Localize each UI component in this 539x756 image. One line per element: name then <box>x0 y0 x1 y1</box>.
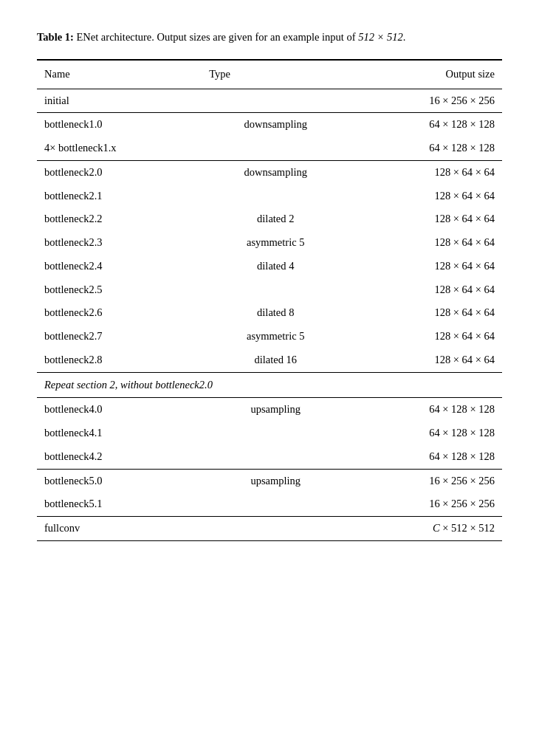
table-row: bottleneck5.0 upsampling 16 × 256 × 256 <box>37 469 502 492</box>
cell-size: 128 × 64 × 64 <box>349 207 502 231</box>
cell-name: bottleneck2.2 <box>37 207 202 231</box>
cell-type <box>202 422 349 445</box>
header-size: Output size <box>349 60 502 89</box>
cell-name: bottleneck4.1 <box>37 422 202 445</box>
cell-size: 64 × 128 × 128 <box>349 445 502 469</box>
cell-name: bottleneck2.1 <box>37 185 202 208</box>
table-row: bottleneck1.0 downsampling 64 × 128 × 12… <box>37 113 502 137</box>
cell-name: bottleneck2.8 <box>37 348 202 372</box>
cell-type <box>202 89 349 113</box>
cell-name: 4× bottleneck1.x <box>37 137 202 160</box>
cell-name: bottleneck2.3 <box>37 231 202 255</box>
table-row: bottleneck2.6 dilated 8 128 × 64 × 64 <box>37 301 502 325</box>
cell-type: dilated 8 <box>202 301 349 325</box>
cell-name: bottleneck2.5 <box>37 278 202 302</box>
header-type: Type <box>202 60 349 89</box>
table-row: initial 16 × 256 × 256 <box>37 89 502 113</box>
cell-type: dilated 16 <box>202 348 349 372</box>
header-name: Name <box>37 60 202 89</box>
table-row: bottleneck2.4 dilated 4 128 × 64 × 64 <box>37 255 502 278</box>
cell-size: 128 × 64 × 64 <box>349 325 502 348</box>
table-row: bottleneck4.1 64 × 128 × 128 <box>37 422 502 445</box>
cell-name: bottleneck2.0 <box>37 160 202 184</box>
cell-size: 128 × 64 × 64 <box>349 231 502 255</box>
cell-type: upsampling <box>202 469 349 492</box>
cell-size: 128 × 64 × 64 <box>349 255 502 278</box>
cell-size: 128 × 64 × 64 <box>349 160 502 184</box>
table-row: bottleneck4.2 64 × 128 × 128 <box>37 445 502 469</box>
table-row: bottleneck2.1 128 × 64 × 64 <box>37 185 502 208</box>
table-row: bottleneck4.0 upsampling 64 × 128 × 128 <box>37 398 502 422</box>
cell-size: 64 × 128 × 128 <box>349 422 502 445</box>
cell-size: 128 × 64 × 64 <box>349 278 502 302</box>
architecture-table: Name Type Output size initial 16 × 256 ×… <box>37 59 502 541</box>
cell-name: initial <box>37 89 202 113</box>
cell-name: bottleneck2.7 <box>37 325 202 348</box>
table-row: 4× bottleneck1.x 64 × 128 × 128 <box>37 137 502 160</box>
cell-name: bottleneck1.0 <box>37 113 202 137</box>
cell-type: dilated 2 <box>202 207 349 231</box>
cell-type <box>202 278 349 302</box>
cell-size: 128 × 64 × 64 <box>349 348 502 372</box>
cell-size: 16 × 256 × 256 <box>349 492 502 516</box>
cell-type <box>202 137 349 160</box>
cell-size: 16 × 256 × 256 <box>349 469 502 492</box>
repeat-note: Repeat section 2, without bottleneck2.0 <box>37 372 502 398</box>
cell-type <box>202 492 349 516</box>
table-row: bottleneck2.2 dilated 2 128 × 64 × 64 <box>37 207 502 231</box>
table-row: bottleneck5.1 16 × 256 × 256 <box>37 492 502 516</box>
cell-name: fullconv <box>37 517 202 541</box>
cell-size: 64 × 128 × 128 <box>349 398 502 422</box>
caption-math: 512 × 512 <box>358 31 403 43</box>
repeat-note-row: Repeat section 2, without bottleneck2.0 <box>37 372 502 398</box>
cell-type: downsampling <box>202 113 349 137</box>
cell-size: 128 × 64 × 64 <box>349 185 502 208</box>
table-row: bottleneck2.5 128 × 64 × 64 <box>37 278 502 302</box>
cell-type <box>202 517 349 541</box>
cell-name: bottleneck2.6 <box>37 301 202 325</box>
table-row: bottleneck2.8 dilated 16 128 × 64 × 64 <box>37 348 502 372</box>
cell-type: upsampling <box>202 398 349 422</box>
cell-size: 64 × 128 × 128 <box>349 113 502 137</box>
cell-size: 16 × 256 × 256 <box>349 89 502 113</box>
cell-type: downsampling <box>202 160 349 184</box>
caption-label: Table 1: <box>37 31 74 43</box>
cell-type: asymmetric 5 <box>202 325 349 348</box>
cell-name: bottleneck4.0 <box>37 398 202 422</box>
table-row: bottleneck2.7 asymmetric 5 128 × 64 × 64 <box>37 325 502 348</box>
caption-text: ENet architecture. Output sizes are give… <box>74 31 358 43</box>
cell-name: bottleneck4.2 <box>37 445 202 469</box>
cell-name: bottleneck5.0 <box>37 469 202 492</box>
cell-size: C × 512 × 512 <box>349 517 502 541</box>
cell-size: 64 × 128 × 128 <box>349 137 502 160</box>
cell-type <box>202 185 349 208</box>
cell-name: bottleneck2.4 <box>37 255 202 278</box>
table-header-row: Name Type Output size <box>37 60 502 89</box>
table-caption: Table 1: ENet architecture. Output sizes… <box>37 30 502 46</box>
cell-size: 128 × 64 × 64 <box>349 301 502 325</box>
cell-type: dilated 4 <box>202 255 349 278</box>
cell-name: bottleneck5.1 <box>37 492 202 516</box>
cell-type <box>202 445 349 469</box>
cell-type: asymmetric 5 <box>202 231 349 255</box>
table-row: fullconv C × 512 × 512 <box>37 517 502 541</box>
table-row: bottleneck2.3 asymmetric 5 128 × 64 × 64 <box>37 231 502 255</box>
caption-period: . <box>403 31 406 43</box>
table-row: bottleneck2.0 downsampling 128 × 64 × 64 <box>37 160 502 184</box>
